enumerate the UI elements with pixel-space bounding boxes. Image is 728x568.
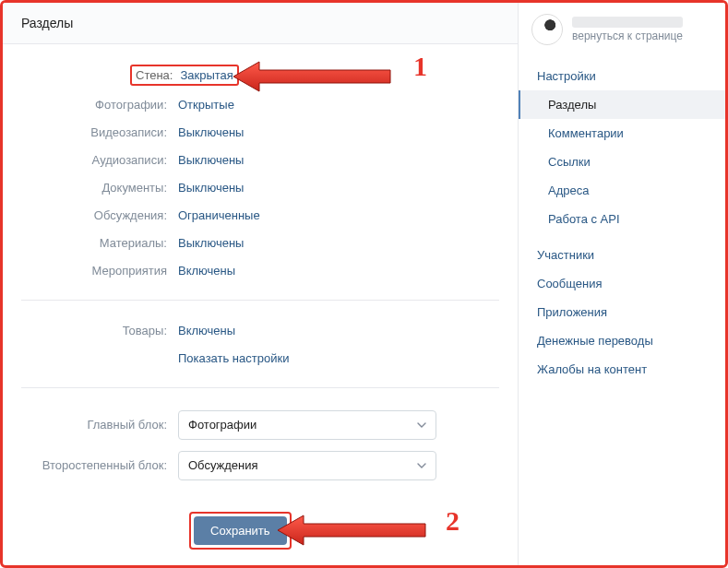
nav-links[interactable]: Ссылки	[519, 148, 725, 176]
setting-row-photos: Фотографии: Открытые	[21, 91, 499, 119]
save-button[interactable]: Сохранить	[194, 516, 287, 545]
setting-row-materials: Материалы: Выключены	[21, 230, 499, 257]
setting-row-wall: Стена: Закрытая	[130, 61, 499, 91]
profile-name-redacted	[572, 17, 683, 28]
select-label: Главный блок:	[21, 417, 178, 433]
back-to-page-link[interactable]: вернуться к странице	[572, 30, 683, 42]
main-block-row: Главный блок: Фотографии	[21, 405, 499, 445]
setting-value[interactable]: Включены	[178, 323, 235, 339]
setting-value[interactable]: Выключены	[178, 124, 244, 141]
select-label: Второстепенный блок:	[21, 457, 178, 474]
chevron-down-icon	[417, 420, 426, 430]
nav-api[interactable]: Работа с API	[519, 205, 725, 233]
select-value: Фотографии	[188, 417, 257, 433]
secondary-block-select[interactable]: Обсуждения	[178, 451, 436, 480]
setting-row-events: Мероприятия Включены	[21, 257, 499, 285]
setting-value[interactable]: Выключены	[178, 235, 244, 252]
chevron-down-icon	[417, 461, 426, 470]
nav-settings[interactable]: Настройки	[519, 62, 725, 90]
highlight-box: Сохранить	[189, 512, 292, 550]
setting-value[interactable]: Открытые	[178, 97, 234, 113]
nav-comments[interactable]: Комментарии	[519, 119, 725, 148]
setting-label: Видеозаписи:	[21, 124, 178, 141]
nav-addresses[interactable]: Адреса	[519, 176, 725, 205]
nav-reports[interactable]: Жалобы на контент	[519, 355, 725, 384]
setting-label: Мероприятия	[21, 263, 178, 279]
goods-settings-link-row: Показать настройки	[21, 345, 499, 373]
avatar[interactable]	[531, 14, 563, 45]
setting-row-goods: Товары: Включены	[21, 317, 499, 345]
highlight-box: Стена: Закрытая	[130, 65, 239, 86]
setting-row-videos: Видеозаписи: Выключены	[21, 119, 499, 147]
blocks-section: Главный блок: Фотографии Второстепенный …	[21, 388, 499, 501]
setting-label: Стена:	[136, 68, 180, 82]
setting-label: Аудиозаписи:	[21, 152, 178, 169]
page-title: Разделы	[3, 3, 518, 44]
setting-label: Документы:	[21, 180, 178, 196]
nav-apps[interactable]: Приложения	[519, 298, 725, 326]
nav-messages[interactable]: Сообщения	[519, 269, 725, 298]
settings-section: Стена: Закрытая Фотографии: Открытые Вид…	[21, 44, 499, 301]
main-panel: Разделы Стена: Закрытая Фотографии: Откр…	[3, 3, 518, 565]
setting-label: Товары:	[21, 323, 178, 339]
select-value: Обсуждения	[188, 457, 258, 474]
setting-label: Фотографии:	[21, 97, 178, 113]
show-settings-link[interactable]: Показать настройки	[178, 350, 289, 367]
setting-value[interactable]: Выключены	[178, 180, 244, 196]
goods-section: Товары: Включены Показать настройки	[21, 301, 499, 388]
setting-value[interactable]: Выключены	[178, 152, 244, 169]
setting-row-audio: Аудиозаписи: Выключены	[21, 147, 499, 174]
secondary-block-row: Второстепенный блок: Обсуждения	[21, 445, 499, 486]
setting-label: Обсуждения:	[21, 207, 178, 224]
profile-block: вернуться к странице	[519, 3, 725, 58]
sidebar-nav: Настройки Разделы Комментарии Ссылки Адр…	[519, 58, 725, 384]
nav-money[interactable]: Денежные переводы	[519, 326, 725, 355]
setting-label: Материалы:	[21, 235, 178, 252]
setting-row-discussions: Обсуждения: Ограниченные	[21, 202, 499, 230]
setting-value[interactable]: Включены	[178, 263, 235, 279]
setting-row-docs: Документы: Выключены	[21, 174, 499, 202]
sidebar: вернуться к странице Настройки Разделы К…	[518, 3, 725, 565]
setting-value[interactable]: Закрытая	[180, 68, 233, 82]
nav-members[interactable]: Участники	[519, 241, 725, 269]
setting-value[interactable]: Ограниченные	[178, 207, 260, 224]
main-block-select[interactable]: Фотографии	[178, 410, 436, 440]
nav-sections[interactable]: Разделы	[519, 90, 725, 119]
save-area: Сохранить	[21, 501, 499, 568]
